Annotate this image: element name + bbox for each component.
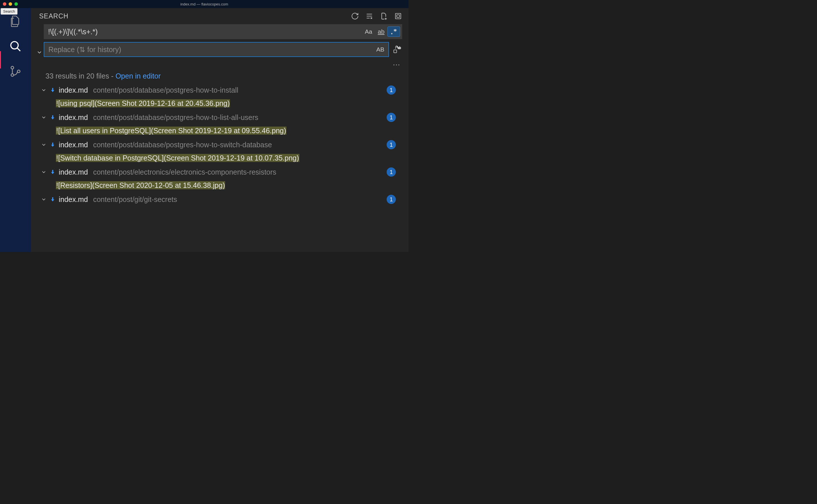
svg-rect-15 [394, 50, 397, 53]
result-match-row[interactable]: ![Resistors](Screen Shot 2020-12-05 at 1… [39, 179, 402, 192]
match-case-toggle[interactable]: Aa [362, 26, 375, 37]
activity-bar [0, 8, 31, 252]
svg-text:ab: ab [398, 46, 401, 49]
panel-actions [351, 12, 402, 20]
result-file-name: index.md [59, 195, 88, 204]
search-input-container: Aa ab [44, 24, 402, 39]
markdown-file-icon [49, 142, 56, 148]
result-group: index.md content/post/database/postgres-… [39, 110, 402, 137]
search-row: Aa ab AB [35, 24, 402, 68]
collapse-results-button[interactable] [394, 12, 402, 20]
result-count-badge: 1 [386, 167, 396, 177]
whole-word-toggle[interactable]: ab [375, 26, 387, 37]
result-count-badge: 1 [386, 195, 396, 204]
regex-toggle[interactable] [387, 26, 400, 37]
result-file-name: index.md [59, 86, 88, 94]
search-tooltip: Search [1, 8, 18, 15]
svg-rect-13 [397, 15, 399, 17]
result-group: index.md content/post/git/git-secrets 1 [39, 192, 402, 206]
explorer-activity[interactable] [8, 14, 23, 29]
search-panel: SEARCH [31, 8, 408, 252]
replace-input-options: AB [374, 44, 388, 55]
traffic-lights [0, 2, 18, 6]
preserve-case-toggle[interactable]: AB [374, 44, 386, 55]
svg-point-0 [11, 42, 18, 49]
chevron-down-icon [41, 169, 47, 175]
active-indicator [0, 51, 1, 68]
result-file-name: index.md [59, 141, 88, 149]
result-file-path: content/post/database/postgres-how-to-li… [93, 113, 258, 122]
minimize-window-button[interactable] [9, 2, 12, 6]
new-search-editor-button[interactable] [380, 12, 388, 20]
results-sep: - [109, 72, 115, 80]
match-highlight: ![List all users in PostgreSQL](Screen S… [56, 127, 286, 135]
match-highlight: ![using psql](Screen Shot 2019-12-16 at … [56, 99, 230, 107]
result-group: index.md content/post/electronics/electr… [39, 165, 402, 192]
maximize-window-button[interactable] [14, 2, 18, 6]
results-summary: 33 results in 20 files - Open in editor [35, 68, 402, 83]
result-file-row[interactable]: index.md content/post/database/postgres-… [39, 110, 402, 124]
refresh-button[interactable] [351, 12, 359, 20]
result-match-row[interactable]: ![Switch database in PostgreSQL](Screen … [39, 152, 402, 165]
panel-header: SEARCH [31, 8, 408, 24]
result-file-path: content/post/database/postgres-how-to-in… [93, 86, 238, 94]
svg-line-1 [17, 48, 20, 51]
result-match-row[interactable]: ![List all users in PostgreSQL](Screen S… [39, 124, 402, 137]
result-file-path: content/post/electronics/electronics-com… [93, 168, 276, 176]
search-input[interactable] [44, 28, 362, 36]
markdown-file-icon [49, 87, 56, 93]
result-file-name: index.md [59, 168, 88, 176]
markdown-file-icon [49, 169, 56, 175]
result-file-row[interactable]: index.md content/post/database/postgres-… [39, 83, 402, 97]
inputs-column: Aa ab AB [44, 24, 402, 68]
svg-point-14 [391, 33, 393, 35]
result-count-badge: 1 [386, 85, 396, 95]
close-window-button[interactable] [3, 2, 6, 6]
match-highlight: ![Resistors](Screen Shot 2020-12-05 at 1… [56, 181, 225, 189]
vscode-window: index.md — flaviocopes.com Search [0, 0, 408, 252]
result-count-badge: 1 [386, 140, 396, 149]
result-file-path: content/post/git/git-secrets [93, 195, 177, 204]
chevron-down-icon [41, 114, 47, 120]
result-match-row[interactable]: ![using psql](Screen Shot 2019-12-16 at … [39, 97, 402, 110]
replace-all-button[interactable]: ab [392, 45, 402, 54]
toggle-replace-button[interactable] [35, 49, 44, 56]
svg-rect-12 [395, 14, 401, 19]
markdown-file-icon [49, 196, 56, 203]
replace-row: AB ab [44, 42, 402, 57]
window-title: index.md — flaviocopes.com [180, 2, 228, 6]
source-control-activity[interactable] [8, 64, 23, 79]
open-in-editor-link[interactable]: Open in editor [115, 72, 161, 80]
result-file-row[interactable]: index.md content/post/electronics/electr… [39, 165, 402, 179]
result-count-badge: 1 [386, 113, 396, 122]
chevron-down-icon [41, 196, 47, 202]
result-file-row[interactable]: index.md content/post/database/postgres-… [39, 138, 402, 152]
chevron-down-icon [41, 87, 47, 93]
clear-results-button[interactable] [365, 12, 373, 20]
search-input-options: Aa ab [362, 26, 402, 37]
result-group: index.md content/post/database/postgres-… [39, 138, 402, 165]
replace-input-container: AB [44, 42, 389, 57]
result-group: index.md content/post/database/postgres-… [39, 83, 402, 110]
svg-point-2 [11, 66, 14, 69]
main-area: SEARCH [0, 8, 408, 252]
results-list: index.md content/post/database/postgres-… [35, 83, 402, 207]
result-file-path: content/post/database/postgres-how-to-sw… [93, 141, 272, 149]
result-file-name: index.md [59, 113, 88, 122]
svg-point-3 [11, 74, 14, 76]
result-file-row[interactable]: index.md content/post/git/git-secrets 1 [39, 192, 402, 206]
search-activity[interactable] [8, 39, 23, 54]
markdown-file-icon [49, 114, 56, 121]
panel-title: SEARCH [39, 12, 68, 20]
chevron-down-icon [41, 142, 47, 148]
replace-input[interactable] [44, 45, 374, 54]
match-highlight: ![Switch database in PostgreSQL](Screen … [56, 154, 299, 162]
results-count-text: 33 results in 20 files [45, 72, 109, 80]
search-body: Aa ab AB [31, 24, 408, 207]
titlebar: index.md — flaviocopes.com [0, 0, 408, 8]
toggle-search-details[interactable]: ··· [44, 60, 402, 68]
